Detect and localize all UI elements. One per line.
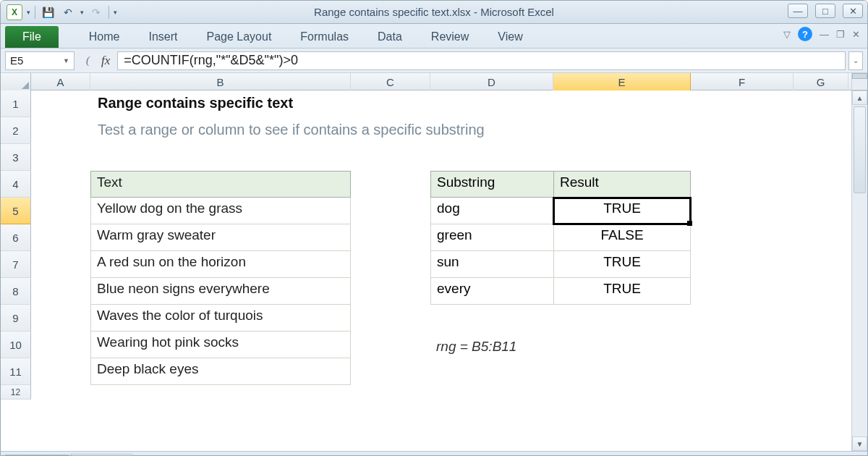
- range-note: rng = B5:B11: [436, 339, 516, 355]
- text-header-cell[interactable]: Text: [90, 171, 351, 198]
- tab-formulas[interactable]: Formulas: [286, 26, 363, 48]
- row-header[interactable]: 6: [1, 224, 31, 251]
- separator: [109, 6, 109, 19]
- column-header[interactable]: D: [430, 73, 553, 90]
- row-header[interactable]: 1: [1, 90, 31, 117]
- ribbon: File Home Insert Page Layout Formulas Da…: [1, 24, 867, 48]
- page-subtitle: Test a range or column to see if contain…: [98, 122, 485, 138]
- undo-dropdown-icon[interactable]: ▾: [80, 9, 84, 16]
- row-headers: 1 2 3 4 5 6 7 8 9 10 11 12: [1, 90, 31, 451]
- sheet-tab-active[interactable]: Sheet1: [70, 454, 137, 457]
- cancel-formula-icon: (: [83, 54, 93, 67]
- row-header[interactable]: 8: [1, 278, 31, 305]
- name-box[interactable]: E5▼: [5, 51, 75, 70]
- row-header[interactable]: 12: [1, 385, 31, 400]
- text-cell[interactable]: Blue neon signs everywhere: [90, 278, 351, 305]
- quick-access-toolbar: X ▾ 💾 ↶ ▾ ↷ ▾: [1, 4, 117, 20]
- result-table: Result TRUE FALSE TRUE TRUE: [553, 171, 691, 305]
- tab-page-layout[interactable]: Page Layout: [192, 26, 286, 48]
- fx-icon[interactable]: fx: [101, 54, 110, 68]
- column-header[interactable]: C: [351, 73, 430, 90]
- formula-bar: E5▼ ( fx =COUNTIF(rng,"*"&D5&"*")>0 ⌄: [1, 48, 867, 73]
- qat-dropdown-icon[interactable]: ▾: [27, 9, 30, 16]
- scroll-up-icon[interactable]: ▲: [852, 90, 867, 105]
- row-header-selected[interactable]: 5: [1, 198, 31, 224]
- tab-review[interactable]: Review: [417, 26, 483, 48]
- status-bar: |◂ ◂ ▸ ▸| Sheet1 ✦ ◂ ▸: [1, 451, 867, 456]
- row-header[interactable]: 7: [1, 251, 31, 278]
- substring-cell[interactable]: sun: [430, 251, 553, 278]
- tab-home[interactable]: Home: [75, 26, 135, 48]
- file-tab[interactable]: File: [5, 26, 59, 48]
- substring-cell[interactable]: every: [430, 278, 553, 305]
- worksheet-grid[interactable]: 1 2 3 4 5 6 7 8 9 10 11 12 Range contain…: [1, 90, 867, 451]
- scroll-thumb[interactable]: [854, 106, 866, 193]
- ribbon-minimize-icon[interactable]: ▽: [783, 29, 791, 40]
- substring-table: Substring dog green sun every: [430, 171, 553, 305]
- split-handle[interactable]: [852, 73, 867, 79]
- substring-cell[interactable]: green: [430, 224, 553, 251]
- window-controls: — □ ✕: [788, 4, 863, 18]
- undo-icon[interactable]: ↶: [60, 4, 76, 20]
- ribbon-right-controls: ▽ ? — ❐ ✕: [783, 27, 860, 41]
- tab-data[interactable]: Data: [363, 26, 417, 48]
- column-header-selected[interactable]: E: [553, 73, 691, 90]
- row-header[interactable]: 4: [1, 171, 31, 198]
- excel-icon[interactable]: X: [7, 4, 22, 20]
- row-header[interactable]: 10: [1, 332, 31, 358]
- minimize-button[interactable]: —: [788, 4, 808, 18]
- substring-header-cell[interactable]: Substring: [430, 171, 553, 198]
- page-title: Range contains specific text: [98, 95, 293, 111]
- result-cell[interactable]: TRUE: [553, 278, 691, 305]
- qat-customize-icon[interactable]: ▾: [114, 9, 117, 16]
- text-cell[interactable]: Deep black eyes: [90, 358, 351, 385]
- window-title: Range contains specific text.xlsx - Micr…: [1, 6, 867, 18]
- substring-cell[interactable]: dog: [430, 198, 553, 224]
- tab-insert[interactable]: Insert: [134, 26, 192, 48]
- row-header[interactable]: 11: [1, 358, 31, 385]
- scroll-down-icon[interactable]: ▼: [852, 436, 867, 451]
- text-table: Text Yellow dog on the grass Warm gray s…: [90, 171, 351, 385]
- text-cell[interactable]: Warm gray sweater: [90, 224, 351, 251]
- save-icon[interactable]: 💾: [40, 4, 56, 20]
- column-header[interactable]: A: [31, 73, 90, 90]
- window-close-icon[interactable]: ✕: [852, 29, 860, 40]
- separator: [35, 6, 35, 19]
- text-cell[interactable]: Waves the color of turquois: [90, 305, 351, 332]
- result-cell[interactable]: FALSE: [553, 224, 691, 251]
- column-header[interactable]: F: [691, 73, 793, 90]
- tab-view[interactable]: View: [483, 26, 537, 48]
- window-restore-icon[interactable]: ❐: [836, 29, 845, 40]
- help-icon[interactable]: ?: [798, 27, 812, 41]
- maximize-button[interactable]: □: [815, 4, 835, 18]
- chevron-down-icon[interactable]: ▼: [63, 57, 69, 64]
- cells-area[interactable]: Range contains specific text Test a rang…: [31, 90, 851, 451]
- row-header[interactable]: 2: [1, 117, 31, 144]
- close-button[interactable]: ✕: [843, 4, 863, 18]
- column-header[interactable]: B: [90, 73, 351, 90]
- select-all-corner[interactable]: [1, 73, 31, 90]
- text-cell[interactable]: Yellow dog on the grass: [90, 198, 351, 224]
- formula-input[interactable]: =COUNTIF(rng,"*"&D5&"*")>0: [117, 51, 846, 70]
- redo-icon[interactable]: ↷: [88, 4, 104, 20]
- text-cell[interactable]: A red sun on the horizon: [90, 251, 351, 278]
- window-minimize-icon[interactable]: —: [820, 29, 829, 40]
- result-cell[interactable]: TRUE: [553, 198, 691, 224]
- result-cell[interactable]: TRUE: [553, 251, 691, 278]
- row-header[interactable]: 3: [1, 144, 31, 171]
- title-bar: X ▾ 💾 ↶ ▾ ↷ ▾ Range contains specific te…: [1, 1, 867, 24]
- sheet-nav: |◂ ◂ ▸ ▸| Sheet1 ✦: [1, 454, 158, 457]
- text-cell[interactable]: Wearing hot pink socks: [90, 332, 351, 358]
- row-header[interactable]: 9: [1, 305, 31, 332]
- column-header[interactable]: G: [793, 73, 848, 90]
- vertical-scrollbar[interactable]: ▲ ▼: [851, 90, 867, 451]
- expand-formula-bar-icon[interactable]: ⌄: [848, 51, 863, 70]
- result-header-cell[interactable]: Result: [553, 171, 691, 198]
